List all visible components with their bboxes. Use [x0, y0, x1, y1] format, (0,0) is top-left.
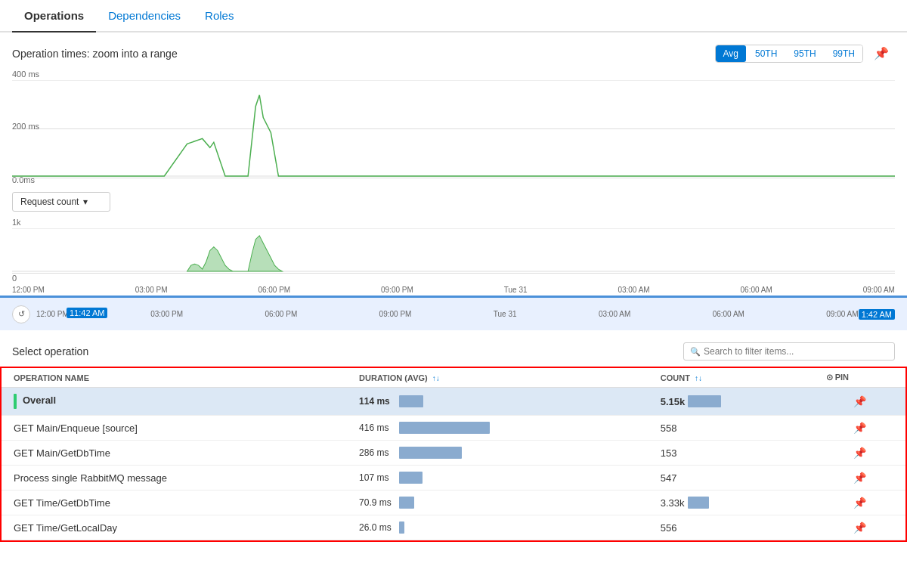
count-cell: 558	[649, 416, 814, 441]
duration-bar-container: 416 ms	[359, 422, 636, 434]
svg-marker-5	[187, 236, 283, 271]
th-count: COUNT ↑↓	[649, 368, 814, 388]
count-cell: 547	[649, 466, 814, 491]
pin-cell[interactable]: 📌	[814, 491, 905, 515]
duration-bar-container: 114 ms	[359, 395, 636, 407]
duration-bar	[399, 395, 423, 407]
time-label-5: 03:00 AM	[618, 286, 649, 294]
pin-cell[interactable]: 📌	[814, 388, 905, 416]
row-pin-icon[interactable]: 📌	[853, 395, 866, 407]
y-label-400: 400 ms	[12, 70, 895, 79]
table-header-row: OPERATION NAME DURATION (AVG) ↑↓ COUNT ↑…	[2, 368, 905, 388]
time-label-4: Tue 31	[504, 286, 528, 294]
count-bar-container: 153	[661, 447, 802, 459]
duration-cell: 107 ms	[347, 466, 649, 491]
count-cell: 3.33k	[649, 491, 814, 515]
chart-header: Operation times: zoom into a range Avg 5…	[0, 32, 907, 70]
time-label-7: 09:00 AM	[863, 286, 895, 294]
time-label-6: 06:00 AM	[741, 286, 772, 294]
pct-avg-btn[interactable]: Avg	[716, 45, 746, 62]
duration-bar-container: 70.9 ms	[359, 497, 636, 509]
pct-99th-btn[interactable]: 99TH	[825, 45, 862, 62]
operation-name-cell: GET Main/GetDbTime	[2, 441, 347, 466]
row-pin-icon[interactable]: 📌	[853, 497, 866, 509]
secondary-chart-svg	[12, 228, 895, 273]
count-bar-container: 3.33k	[661, 497, 802, 509]
count-bar	[688, 497, 710, 509]
secondary-chart-area[interactable]	[12, 228, 895, 274]
pct-50th-btn[interactable]: 50TH	[748, 45, 785, 62]
search-box[interactable]: 🔍	[683, 342, 895, 361]
count-bar-container: 547	[661, 472, 802, 484]
chevron-down-icon: ▾	[83, 197, 88, 207]
pin-cell[interactable]: 📌	[814, 441, 905, 466]
count-value: 153	[661, 447, 677, 459]
count-bar	[688, 395, 721, 407]
table-row[interactable]: GET Main/GetDbTime 286 ms 153 📌	[2, 441, 905, 466]
table-row[interactable]: GET Main/Enqueue [source] 416 ms 558 📌	[2, 416, 905, 441]
count-value: 556	[661, 522, 677, 534]
zoom-timestamp-right: 1:42 AM	[859, 309, 895, 320]
tab-dependencies[interactable]: Dependencies	[96, 0, 193, 31]
tab-operations[interactable]: Operations	[12, 0, 96, 31]
operations-table-wrapper: OPERATION NAME DURATION (AVG) ↑↓ COUNT ↑…	[0, 367, 907, 542]
table-row[interactable]: Process single RabbitMQ message 107 ms 5…	[2, 466, 905, 491]
table-body: Overall 114 ms 5.15k 📌GET Main/Enqueue […	[2, 388, 905, 540]
count-bar-container: 556	[661, 522, 802, 534]
zoom-time-6: 06:00 AM	[713, 310, 744, 318]
count-bar-container: 558	[661, 422, 802, 434]
pin-cell[interactable]: 📌	[814, 416, 905, 441]
pin-header-icon: ⊙	[826, 373, 833, 382]
count-cell: 556	[649, 515, 814, 540]
operation-name-cell: GET Time/GetDbTime	[2, 491, 347, 515]
zoom-time-axis: 12:00 PM 03:00 PM 06:00 PM 09:00 PM Tue …	[36, 310, 859, 318]
operation-name-cell: GET Main/Enqueue [source]	[2, 416, 347, 441]
y-label-0: 0	[12, 274, 895, 283]
row-pin-icon[interactable]: 📌	[853, 472, 866, 484]
pin-cell[interactable]: 📌	[814, 466, 905, 491]
duration-bar-container: 286 ms	[359, 447, 636, 459]
pin-cell[interactable]: 📌	[814, 515, 905, 540]
tabs-container: Operations Dependencies Roles	[0, 0, 907, 32]
zoom-reset-btn[interactable]: ↺	[12, 305, 30, 323]
duration-value: 416 ms	[359, 422, 393, 433]
zoom-time-3: 09:00 PM	[379, 310, 412, 318]
count-bar-container: 5.15k	[661, 395, 802, 407]
percentile-group: Avg 50TH 95TH 99TH	[715, 45, 864, 63]
table-row[interactable]: Overall 114 ms 5.15k 📌	[2, 388, 905, 416]
search-input[interactable]	[704, 346, 888, 357]
duration-value: 107 ms	[359, 472, 393, 483]
count-value: 547	[661, 472, 677, 484]
count-value: 558	[661, 422, 677, 434]
table-row[interactable]: GET Time/GetDbTime 70.9 ms 3.33k 📌	[2, 491, 905, 515]
zoom-time-7: 09:00 AM	[826, 310, 858, 318]
duration-bar	[399, 422, 490, 434]
row-pin-icon[interactable]: 📌	[853, 422, 866, 434]
row-pin-icon[interactable]: 📌	[853, 447, 866, 459]
search-icon: 🔍	[690, 347, 701, 357]
duration-bar	[399, 521, 404, 534]
duration-bar-container: 26.0 ms	[359, 521, 636, 534]
duration-bar-container: 107 ms	[359, 472, 636, 484]
table-row[interactable]: GET Time/GetLocalDay 26.0 ms 556 📌	[2, 515, 905, 540]
operation-name-cell: Process single RabbitMQ message	[2, 466, 347, 491]
tab-roles[interactable]: Roles	[193, 0, 246, 31]
duration-bar	[399, 472, 423, 484]
duration-cell: 114 ms	[347, 388, 649, 416]
duration-value: 114 ms	[359, 396, 393, 407]
pct-95th-btn[interactable]: 95TH	[786, 45, 823, 62]
pin-chart-btn[interactable]: 📌	[868, 43, 895, 63]
time-label-1: 03:00 PM	[135, 286, 168, 294]
duration-cell: 416 ms	[347, 416, 649, 441]
sort-count-icon[interactable]: ↑↓	[695, 374, 702, 382]
zoom-time-1: 03:00 PM	[150, 310, 183, 318]
overall-indicator	[14, 394, 17, 409]
request-count-dropdown[interactable]: Request count ▾	[12, 192, 110, 212]
sort-duration-icon[interactable]: ↑↓	[432, 374, 440, 382]
select-operation-header: Select operation 🔍	[0, 330, 907, 367]
secondary-chart-container: 1k 0	[0, 218, 907, 283]
zoom-time-2: 06:00 PM	[265, 310, 297, 318]
zoom-bar[interactable]: ↺ 12:00 PM 03:00 PM 06:00 PM 09:00 PM Tu…	[0, 297, 907, 330]
count-cell: 5.15k	[649, 388, 814, 416]
row-pin-icon[interactable]: 📌	[853, 521, 866, 534]
